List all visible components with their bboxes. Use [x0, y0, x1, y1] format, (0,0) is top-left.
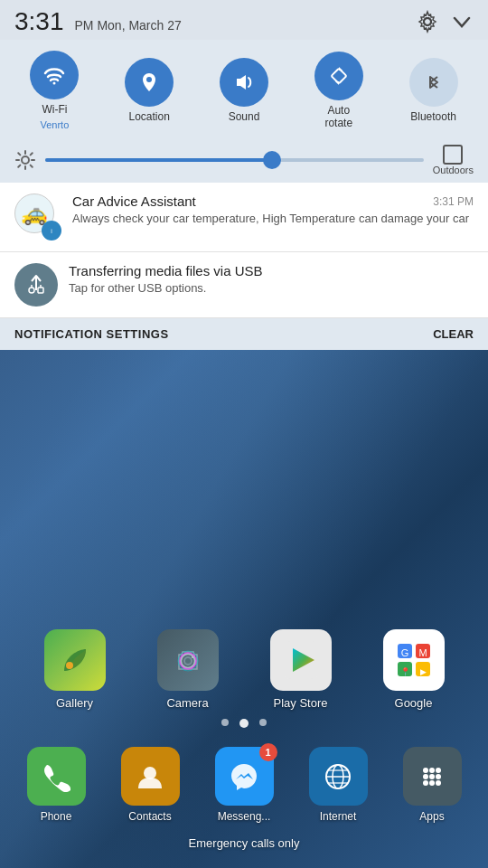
internet-icon	[309, 747, 368, 806]
messenger-badge: 1	[259, 743, 277, 761]
svg-line-49	[31, 154, 33, 156]
toggle-autorotate[interactable]: Autorotate	[314, 52, 363, 130]
svg-text:G: G	[400, 647, 408, 658]
app-dock: Phone Contacts 1 Messeng...	[0, 747, 488, 823]
usb-body: Transferring media files via USB Tap for…	[69, 263, 474, 297]
playstore-label: Play Store	[274, 696, 328, 710]
svg-point-37	[146, 77, 152, 82]
sound-toggle-circle	[220, 58, 268, 107]
dock-phone[interactable]: Phone	[15, 747, 97, 823]
notification-usb[interactable]: Transferring media files via USB Tap for…	[0, 252, 488, 318]
nav-dot-2	[239, 719, 249, 728]
car-advice-app-name: Car Advice Assistant	[72, 193, 196, 209]
bluetooth-label: Bluetooth	[410, 110, 456, 123]
outdoors-label: Outdoors	[433, 165, 474, 175]
toggle-sound[interactable]: Sound	[220, 58, 268, 123]
dock-contacts[interactable]: Contacts	[109, 747, 191, 823]
usb-title-row: Transferring media files via USB	[69, 263, 474, 278]
svg-point-4	[185, 658, 191, 664]
brightness-slider[interactable]	[45, 158, 424, 162]
outdoors-button[interactable]: Outdoors	[433, 145, 474, 175]
svg-line-47	[18, 154, 20, 156]
outdoors-box	[443, 145, 463, 165]
messenger-icon: 1	[215, 747, 274, 806]
camera-icon	[157, 629, 219, 691]
gallery-label: Gallery	[56, 696, 93, 710]
car-advice-title-row: Car Advice Assistant 3:31 PM	[72, 193, 474, 209]
toggle-wifi[interactable]: Wi-Fi Venrto	[30, 51, 79, 130]
usb-icon	[14, 263, 58, 307]
car-advice-time: 3:31 PM	[433, 195, 474, 208]
svg-point-29	[429, 774, 435, 779]
svg-point-27	[436, 768, 441, 773]
svg-point-33	[436, 780, 441, 786]
toggle-bluetooth[interactable]: Bluetooth	[409, 58, 458, 123]
svg-text:M: M	[418, 647, 427, 658]
svg-rect-55	[38, 288, 43, 293]
status-right	[416, 10, 474, 33]
google-icon: G M 📍 ▶	[383, 629, 445, 691]
svg-point-28	[423, 774, 428, 779]
svg-line-48	[31, 165, 33, 167]
brightness-icon	[14, 149, 36, 171]
svg-point-19	[144, 767, 156, 779]
svg-point-42	[22, 156, 29, 164]
wifi-label: Wi-Fi	[42, 103, 67, 116]
nav-dot-1	[221, 719, 229, 726]
apps-icon	[403, 747, 462, 806]
car-advice-text: Always check your car temperature, High …	[72, 211, 474, 227]
app-grid: Gallery Camera	[0, 629, 488, 710]
autorotate-toggle-circle	[314, 52, 363, 100]
svg-rect-39	[331, 68, 346, 83]
notification-panel: 3:31 PM Mon, March 27	[0, 0, 488, 350]
status-bar: 3:31 PM Mon, March 27	[0, 0, 488, 40]
brightness-thumb	[263, 151, 281, 169]
dock-internet[interactable]: Internet	[297, 747, 379, 823]
sound-label: Sound	[229, 110, 260, 123]
internet-label: Internet	[320, 810, 357, 823]
svg-marker-38	[237, 75, 246, 90]
notification-car-advice-header: 🚕 i Car Advice Assistant 3:31 PM Always …	[14, 193, 474, 241]
car-advice-body: Car Advice Assistant 3:31 PM Always chec…	[72, 193, 474, 227]
app-gallery[interactable]: Gallery	[34, 629, 116, 710]
svg-point-35	[424, 18, 431, 25]
wifi-sublabel: Venrto	[40, 119, 69, 130]
usb-text: Tap for other USB options.	[69, 280, 474, 297]
svg-point-25	[423, 768, 428, 773]
dock-messenger[interactable]: 1 Messeng...	[203, 747, 285, 823]
status-date: PM Mon, March 27	[75, 18, 182, 33]
phone-icon	[27, 747, 86, 806]
toggle-location[interactable]: Location	[125, 58, 174, 123]
dock-apps[interactable]: Apps	[391, 747, 473, 823]
nav-dots	[0, 719, 488, 728]
location-toggle-circle	[125, 58, 174, 107]
status-time: 3:31	[14, 7, 64, 36]
car-advice-icon: 🚕 i	[14, 193, 61, 241]
car-sub-icon: i	[42, 221, 61, 241]
gallery-icon	[44, 629, 106, 691]
apps-label: Apps	[419, 810, 444, 823]
app-camera[interactable]: Camera	[147, 629, 229, 710]
svg-point-32	[429, 780, 435, 786]
settings-icon[interactable]	[416, 10, 439, 33]
nav-dot-3	[259, 719, 267, 726]
notification-car-advice[interactable]: 🚕 i Car Advice Assistant 3:31 PM Always …	[0, 183, 488, 252]
phone-label: Phone	[41, 810, 72, 823]
quick-toggles: Wi-Fi Venrto Location Sound	[0, 40, 488, 137]
wifi-toggle-circle	[30, 51, 79, 99]
notification-usb-header: Transferring media files via USB Tap for…	[14, 263, 474, 307]
messenger-label: Messeng...	[218, 810, 271, 823]
svg-point-54	[29, 288, 34, 293]
contacts-label: Contacts	[128, 810, 171, 823]
svg-line-50	[18, 165, 20, 167]
app-playstore[interactable]: Play Store	[260, 629, 342, 710]
svg-point-36	[53, 82, 56, 85]
svg-point-26	[429, 768, 435, 773]
app-google[interactable]: G M 📍 ▶ Google	[373, 629, 455, 710]
contacts-icon	[121, 747, 180, 806]
notification-clear-button[interactable]: CLEAR	[433, 327, 474, 341]
svg-point-31	[423, 780, 428, 786]
emergency-text: Emergency calls only	[0, 836, 488, 850]
chevron-down-icon[interactable]	[450, 10, 474, 33]
notification-settings-label[interactable]: NOTIFICATION SETTINGS	[14, 327, 169, 341]
